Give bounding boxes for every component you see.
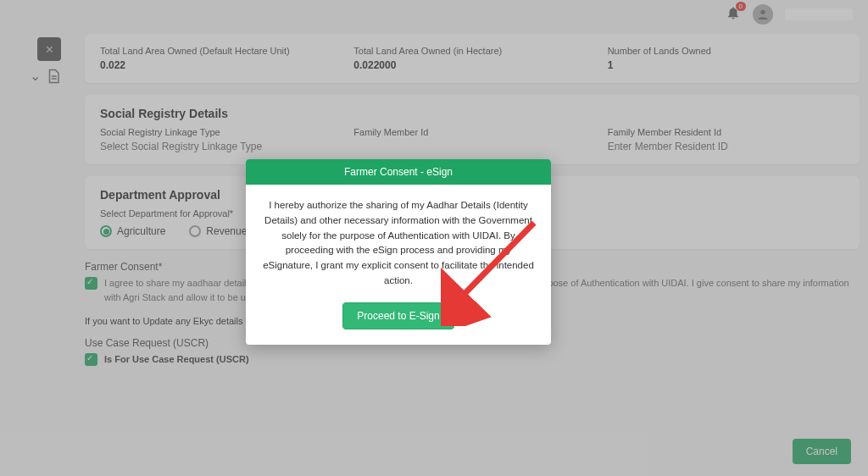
modal-body-text: I hereby authorize the sharing of my Aad… <box>261 198 536 289</box>
modal-title: Farmer Consent - eSign <box>246 159 551 185</box>
proceed-esign-button[interactable]: Proceed to E-Sign <box>342 302 453 329</box>
consent-esign-modal: Farmer Consent - eSign I hereby authoriz… <box>246 159 551 345</box>
